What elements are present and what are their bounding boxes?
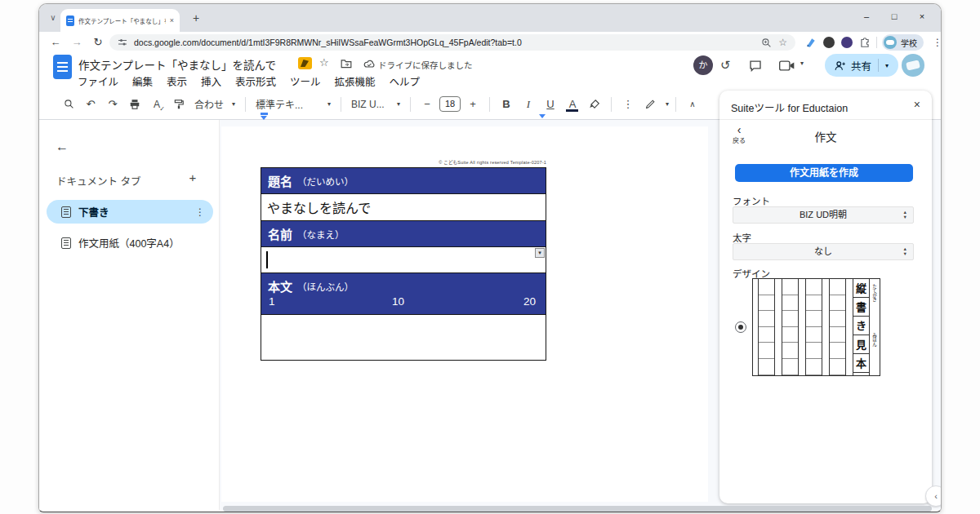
grid-gap [775, 279, 782, 375]
tab-close-icon[interactable]: × [170, 16, 174, 24]
horizontal-scrollbar[interactable] [223, 506, 932, 512]
star-icon[interactable]: ☆ [319, 56, 329, 69]
share-button[interactable]: 共有 ▾ [825, 54, 898, 77]
title-value-cell[interactable]: やまなしを読んで [261, 193, 546, 220]
extensions-puzzle-icon[interactable] [859, 37, 871, 48]
font-dropdown[interactable]: BIZ UD明朝 ▲▼ [733, 206, 914, 224]
menu-file[interactable]: ファイル [78, 73, 118, 89]
highlight-icon[interactable] [585, 95, 604, 114]
cloud-saved-icon[interactable] [363, 59, 376, 69]
create-paper-button[interactable]: 作文用紙を作成 [735, 164, 913, 182]
decrease-font-icon[interactable]: − [417, 95, 437, 114]
name-input-cell[interactable]: ▾ [261, 246, 546, 273]
meet-camera-icon[interactable] [779, 60, 795, 71]
addon-badge-icon[interactable] [298, 57, 312, 69]
maximize-button[interactable]: □ [880, 4, 908, 32]
design-radio-selected[interactable] [735, 321, 746, 333]
url-text[interactable]: docs.google.com/document/d/1mtI3F9R8RMWN… [134, 38, 755, 47]
sidebar-item-label: 作文用紙（400字A4） [78, 235, 205, 250]
bold-dropdown[interactable]: なし ▲▼ [733, 243, 914, 260]
tab-options-icon[interactable]: ⋮ [195, 206, 205, 218]
menu-help[interactable]: ヘルプ [390, 73, 421, 89]
panel-close-icon[interactable]: × [914, 98, 920, 111]
toolbar-overflow-icon[interactable]: ⋮ [618, 95, 638, 114]
ruler-10: 10 [392, 295, 404, 308]
paint-format-icon[interactable] [169, 95, 189, 114]
browser-navbar: ← → ↻ docs.google.com/document/d/1mtI3F9… [39, 32, 941, 53]
font-size-input[interactable]: 18 [439, 96, 461, 112]
comment-icon[interactable] [749, 60, 762, 72]
cell-dropdown-icon[interactable]: ▾ [535, 248, 545, 258]
grid-column [829, 279, 846, 375]
spellcheck-icon[interactable]: A ✓ [147, 95, 167, 114]
font-select[interactable]: BIZ U... ▾ [348, 99, 403, 110]
menu-view[interactable]: 表示 [167, 73, 187, 89]
save-status[interactable]: ドライブに保存しました [378, 59, 473, 71]
italic-icon[interactable]: I [519, 95, 538, 114]
extension-dark-icon[interactable] [823, 37, 835, 48]
browser-tab-active[interactable]: 作文テンプレート「やまなし」を読んで × [60, 9, 180, 32]
move-folder-icon[interactable] [341, 59, 352, 69]
hide-menus-icon[interactable]: ∧ [683, 95, 702, 114]
text-color-icon[interactable]: A [563, 95, 582, 114]
select-updown-icon: ▲▼ [903, 210, 907, 219]
close-button[interactable]: × [908, 4, 936, 32]
menu-tools[interactable]: ツール [290, 73, 321, 89]
sidebar-back-icon[interactable]: ← [56, 140, 69, 154]
sidebar-item-draft[interactable]: 下書き ⋮ [47, 200, 213, 224]
document-title[interactable]: 作文テンプレート「やまなし」を読んで [78, 56, 276, 73]
right-indent-marker-icon[interactable] [539, 114, 546, 118]
underline-icon[interactable]: U [541, 95, 560, 114]
docs-logo-icon[interactable] [53, 55, 72, 79]
bold-icon[interactable]: B [497, 95, 516, 114]
document-page[interactable]: © こどもSuite All rights reserved Template-… [221, 126, 708, 502]
url-bar[interactable]: docs.google.com/document/d/1mtI3F9R8RMWN… [109, 34, 795, 51]
forward-button[interactable]: → [69, 34, 85, 51]
camera-dropdown-icon[interactable]: ▾ [800, 60, 804, 67]
editing-mode-icon[interactable] [640, 95, 660, 114]
collaborator-avatar[interactable]: か [693, 55, 713, 75]
indent-marker-icon[interactable] [261, 113, 268, 120]
add-tab-icon[interactable]: + [185, 170, 201, 186]
navbar-divider [876, 37, 877, 48]
body-input-cell[interactable] [261, 314, 546, 360]
sample-char: 見 [853, 335, 869, 354]
new-tab-button[interactable]: + [188, 10, 204, 26]
site-settings-icon[interactable] [118, 38, 127, 47]
menu-format[interactable]: 表示形式 [235, 73, 276, 89]
design-preview[interactable]: 縦 書 き 見 本 たてがき みほん [752, 278, 880, 376]
extension-purple-icon[interactable] [841, 37, 853, 48]
undo-icon[interactable]: ↶ [81, 95, 100, 114]
bookmark-star-icon[interactable]: ☆ [778, 37, 787, 48]
toolbar-separator [341, 97, 341, 112]
redo-icon[interactable]: ↷ [103, 95, 122, 114]
profile-chip[interactable]: 学校 [882, 34, 924, 51]
reload-button[interactable]: ↻ [90, 34, 106, 51]
sidebar-item-paper[interactable]: 作文用紙（400字A4） [47, 231, 213, 255]
minimize-button[interactable]: – [853, 4, 880, 32]
ruler-20: 20 [523, 295, 536, 308]
tab-list-chevron-icon[interactable]: ∨ [46, 11, 60, 25]
share-dropdown-icon[interactable]: ▾ [879, 62, 895, 69]
back-button[interactable]: ← [47, 34, 64, 51]
menu-edit[interactable]: 編集 [132, 73, 153, 89]
font-dropdown-icon: ▾ [397, 100, 400, 108]
search-menus-icon[interactable] [59, 95, 78, 114]
version-history-icon[interactable]: ↺ [720, 58, 731, 73]
account-avatar[interactable] [902, 54, 924, 77]
suite-tools-panel: Suiteツール for Eductaion × ‹ 戻る 作文 作文用紙を作成… [719, 91, 932, 503]
style-value: 標準テキ... [256, 97, 303, 111]
spellcheck-mark: ✓ [159, 105, 165, 113]
menu-insert[interactable]: 挿入 [201, 73, 221, 89]
increase-font-icon[interactable]: + [463, 95, 483, 114]
panel-collapse-chevron[interactable]: ‹ [925, 485, 942, 507]
browser-menu-icon[interactable]: ⋮ [929, 34, 942, 51]
paragraph-style-select[interactable]: 標準テキ... ▾ [252, 97, 334, 111]
menu-extensions[interactable]: 拡張機能 [335, 73, 376, 89]
zoom-value: 合わせ [194, 97, 224, 111]
zoom-select[interactable]: 合わせ ▾ [191, 97, 238, 111]
editing-mode-dropdown-icon[interactable]: ▾ [666, 100, 669, 108]
zoom-icon[interactable] [761, 38, 772, 48]
extension-pen-icon[interactable] [805, 37, 817, 48]
print-icon[interactable] [125, 95, 145, 114]
